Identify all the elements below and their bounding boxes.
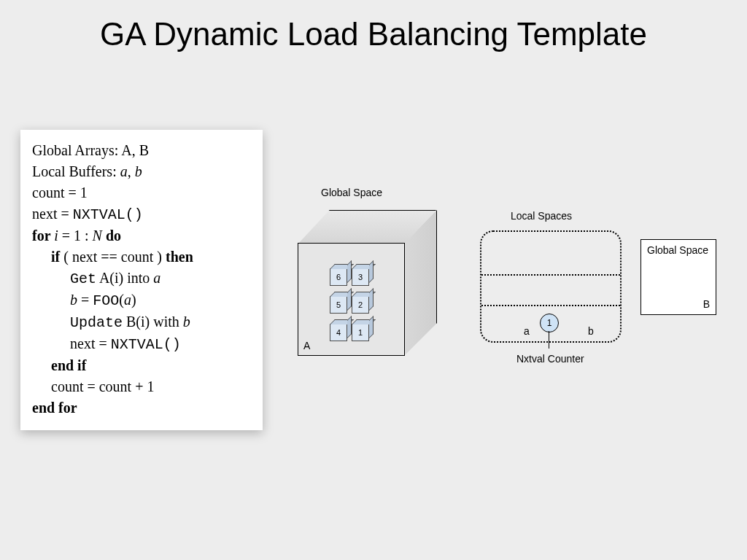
label-B: B [703, 298, 710, 310]
code-line: next = NXTVAL() [32, 203, 251, 225]
code-line: end if [32, 355, 251, 376]
code-line: end for [32, 397, 251, 419]
code-line: b = FOO(a) [32, 289, 251, 311]
task-cell: 3 [352, 268, 369, 286]
task-cell: 2 [352, 296, 369, 314]
diagram: Global Space Local Spaces 6 3 5 2 4 1 A … [276, 169, 721, 402]
label-b: b [588, 325, 594, 337]
label-nxtval: Nxtval Counter [516, 353, 584, 365]
task-cell: 4 [330, 324, 347, 341]
code-line: next = NXTVAL() [32, 333, 251, 355]
nxtval-counter: 1 [540, 314, 559, 332]
label-a: a [524, 325, 530, 337]
code-line: if ( next == count ) then [32, 246, 251, 268]
counter-stem [549, 331, 549, 349]
slide-title: GA Dynamic Load Balancing Template [0, 16, 747, 52]
code-line: Get A(i) into a [32, 268, 251, 289]
label-local-spaces: Local Spaces [511, 210, 572, 222]
label-A: A [303, 340, 310, 351]
code-line: count = 1 [32, 182, 251, 203]
task-cell: 5 [330, 296, 347, 314]
label-global-space-b: Global Space [647, 244, 708, 256]
label-global-space: Global Space [321, 187, 382, 198]
task-cell: 1 [352, 324, 369, 341]
task-cell: 6 [330, 268, 347, 286]
code-line: Local Buffers: a, b [32, 161, 251, 182]
code-line: Update B(i) with b [32, 311, 251, 333]
global-space-cube: 6 3 5 2 4 1 A [298, 210, 436, 356]
code-line: Global Arrays: A, B [32, 140, 251, 161]
global-space-b-box: Global Space B [640, 239, 716, 315]
code-line: for i = 1 : N do [32, 225, 251, 246]
pseudocode-block: Global Arrays: A, B Local Buffers: a, b … [20, 130, 263, 430]
code-line: count = count + 1 [32, 376, 251, 397]
